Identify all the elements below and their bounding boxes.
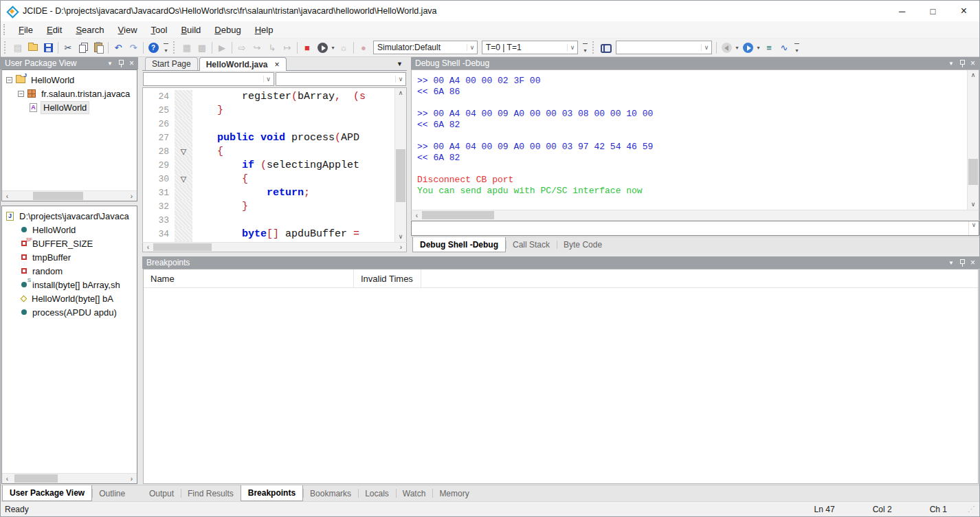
panel-close-icon[interactable]: ×: [129, 59, 134, 67]
toolbar-grip[interactable]: [4, 41, 7, 54]
tab-outline[interactable]: Outline: [92, 485, 132, 501]
dropdown-caret-icon[interactable]: ▾: [734, 45, 740, 51]
new-package-icon[interactable]: ▤: [11, 41, 25, 54]
run-to-cursor-icon[interactable]: ▶: [215, 41, 229, 54]
menu-debug[interactable]: Debug: [208, 23, 247, 37]
debug-shell-output[interactable]: >> 00 A4 00 00 02 3F 00<< 6A 86 >> 00 A4…: [412, 70, 967, 210]
outline-item[interactable]: install(byte[] bArray,sh: [2, 278, 137, 292]
tab-byte-code[interactable]: Byte Code: [557, 237, 609, 252]
dropdown-caret-icon[interactable]: ▾: [755, 45, 761, 51]
panel-close-icon[interactable]: ×: [970, 59, 975, 67]
save-icon[interactable]: [41, 41, 55, 54]
outline-item[interactable]: process(APDU apdu): [2, 305, 137, 319]
pin-icon[interactable]: [959, 258, 965, 267]
tab-list-icon[interactable]: ▼: [397, 60, 403, 67]
toolbar-grip[interactable]: [592, 41, 595, 54]
protocol-select[interactable]: T=0 | T=1∨: [482, 41, 578, 54]
member-select[interactable]: ∨: [276, 72, 407, 86]
fold-marker-icon[interactable]: ▽: [175, 145, 192, 159]
rebuild-all-icon[interactable]: ▩: [195, 41, 209, 54]
scroll-down-icon[interactable]: ∨: [395, 232, 406, 242]
tab-find-results[interactable]: Find Results: [181, 485, 241, 501]
menubar-grip[interactable]: [3, 24, 6, 35]
outline-item[interactable]: HelloWorld(byte[] bA: [2, 292, 137, 305]
fold-marker-icon[interactable]: ▽: [175, 173, 192, 186]
menu-edit[interactable]: Edit: [40, 23, 69, 37]
outline-item[interactable]: HelloWorld: [2, 223, 137, 236]
menu-help[interactable]: Help: [248, 23, 280, 37]
nav-forward-icon[interactable]: [741, 41, 755, 54]
scroll-up-icon[interactable]: ∧: [395, 88, 406, 98]
scroll-left-icon[interactable]: ‹: [412, 212, 422, 219]
debug-vscrollbar[interactable]: ∧ ∨: [967, 70, 979, 210]
menu-view[interactable]: View: [111, 23, 144, 37]
connect-card-icon[interactable]: ●: [357, 41, 370, 54]
nav-back-icon[interactable]: [720, 41, 733, 54]
toolbar-overflow-icon[interactable]: ▾: [581, 41, 589, 54]
tree-hscrollbar[interactable]: ‹ ›: [2, 190, 137, 201]
tab-helloworld-java[interactable]: HelloWorld.java×: [199, 57, 287, 71]
search-box[interactable]: ∨: [616, 41, 712, 54]
outline-item[interactable]: D:\projects\javacard\Javaca: [2, 209, 137, 223]
outline-item[interactable]: tmpBuffer: [2, 250, 137, 264]
outline-hscrollbar[interactable]: ‹ ›: [2, 473, 137, 483]
scroll-right-icon[interactable]: ›: [396, 243, 406, 251]
edit-wave-icon[interactable]: ∿: [777, 41, 791, 54]
undo-icon[interactable]: ↶: [111, 41, 125, 54]
editor-vscrollbar[interactable]: ∧ ∨: [394, 88, 406, 242]
close-button[interactable]: ×: [948, 1, 979, 21]
tab-debug-shell-debug[interactable]: Debug Shell -Debug: [412, 237, 506, 252]
tab-watch[interactable]: Watch: [396, 485, 433, 501]
debug-hscrollbar[interactable]: ‹: [411, 210, 979, 220]
scroll-right-icon[interactable]: ›: [126, 475, 137, 483]
panel-close-icon[interactable]: ×: [970, 258, 975, 267]
find-in-files-icon[interactable]: [599, 41, 613, 54]
pin-icon[interactable]: [959, 59, 965, 67]
toolbar-overflow-icon[interactable]: ▾: [793, 41, 801, 54]
tree-item[interactable]: HelloWorld: [2, 100, 137, 114]
type-select[interactable]: ∨: [143, 72, 274, 86]
panel-menu-icon[interactable]: ▼: [948, 260, 954, 266]
tab-output[interactable]: Output: [142, 485, 181, 501]
cut-icon[interactable]: ✂: [61, 41, 75, 54]
toolbar-overflow-icon[interactable]: ▾: [162, 41, 170, 54]
step-into-icon[interactable]: ⇨: [235, 41, 249, 54]
column-header-name[interactable]: Name: [144, 270, 354, 287]
open-file-icon[interactable]: [26, 41, 40, 54]
editor-hscrollbar[interactable]: ‹ ›: [142, 242, 407, 252]
apdu-command-input[interactable]: ∨: [411, 221, 979, 236]
help-icon[interactable]: [146, 41, 160, 54]
tab-call-stack[interactable]: Call Stack: [506, 237, 557, 252]
tree-expander-icon[interactable]: −: [6, 77, 12, 83]
panel-menu-icon[interactable]: ▼: [107, 60, 113, 67]
toolbar-grip[interactable]: [173, 41, 176, 54]
scroll-right-icon[interactable]: ›: [126, 192, 137, 200]
paste-icon[interactable]: [91, 41, 105, 54]
menu-tool[interactable]: Tool: [144, 23, 175, 37]
scroll-down-icon[interactable]: ∨: [968, 199, 979, 210]
redo-icon[interactable]: ↷: [126, 41, 140, 54]
scroll-up-icon[interactable]: ∧: [968, 70, 979, 80]
tree-item[interactable]: −fr.salaun.tristan.javaca: [2, 87, 137, 100]
tab-user-package-view[interactable]: User Package View: [2, 485, 92, 501]
outline-item[interactable]: random: [2, 264, 137, 278]
tab-bookmarks[interactable]: Bookmarks: [303, 485, 358, 501]
scroll-left-icon[interactable]: ‹: [2, 475, 12, 483]
pin-icon[interactable]: [118, 59, 124, 67]
bookmark-lines-icon[interactable]: ≡: [762, 41, 776, 54]
menu-file[interactable]: File: [12, 23, 40, 37]
simulator-select[interactable]: Simulator:Default∨: [373, 41, 478, 54]
code-area[interactable]: 24 register(bArray, (s25 }2627 public vo…: [143, 88, 394, 242]
outline-item[interactable]: BUFFER_SIZE: [2, 236, 137, 250]
scroll-left-icon[interactable]: ‹: [2, 192, 12, 200]
menu-build[interactable]: Build: [174, 23, 208, 37]
tree-expander-icon[interactable]: −: [18, 91, 24, 97]
step-out-icon[interactable]: ↳: [265, 41, 279, 54]
tab-breakpoints[interactable]: Breakpoints: [241, 485, 303, 501]
tab-locals[interactable]: Locals: [358, 485, 396, 501]
menu-search[interactable]: Search: [69, 23, 111, 37]
tab-start-page[interactable]: Start Page: [145, 57, 198, 70]
step-over-icon[interactable]: ↪: [250, 41, 264, 54]
resize-grip[interactable]: ⋰: [968, 505, 975, 514]
maximize-button[interactable]: □: [917, 1, 948, 21]
